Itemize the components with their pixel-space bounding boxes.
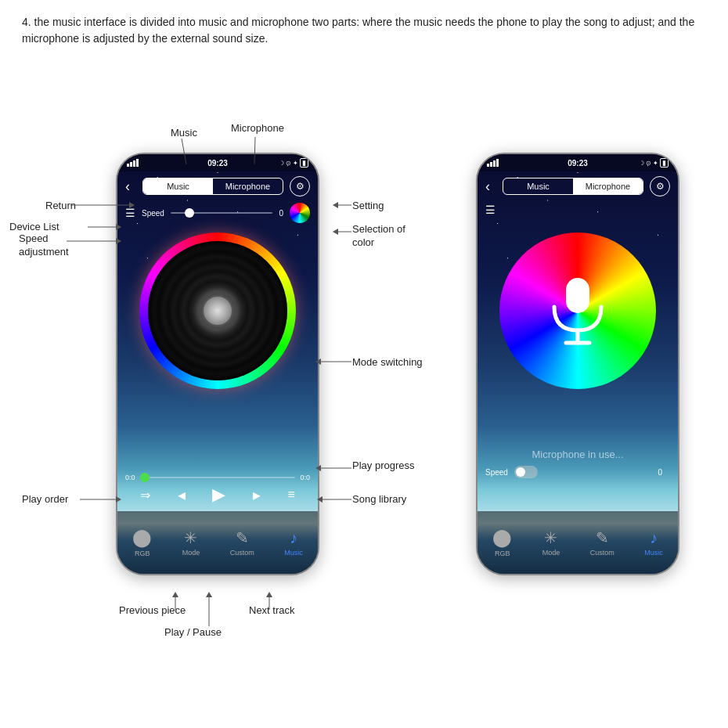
label-device-list: Device List [9, 221, 59, 232]
color-wheel-left[interactable] [290, 203, 310, 223]
settings-button-left[interactable]: ⚙ [290, 176, 310, 196]
phone-right: 09:23 ☽ ⊙ ✦ ▮ ‹ Music Microphone ⚙ ☰ [476, 153, 679, 575]
svg-rect-0 [566, 278, 589, 313]
mic-outer-ring [499, 232, 656, 389]
label-previous-piece: Previous piece [119, 604, 186, 616]
tab-microphone-left[interactable]: Microphone [213, 178, 283, 194]
tab-bar-right: ‹ Music Microphone ⚙ [478, 171, 678, 201]
svg-marker-26 [206, 592, 212, 597]
rgb-icon-left: ⬤ [132, 528, 152, 548]
mic-speed-value: 0 [658, 468, 662, 477]
tab-microphone-right[interactable]: Microphone [573, 178, 643, 194]
speed-thumb-left [185, 208, 194, 218]
mic-inner [508, 241, 647, 380]
rgb-label-left: RGB [135, 550, 150, 557]
mode-icon-left: ✳ [184, 528, 197, 547]
signal-left [127, 159, 139, 167]
custom-label-left: Custom [230, 549, 254, 557]
status-time-right: 09:23 [568, 159, 588, 168]
speed-slider-left[interactable] [171, 212, 273, 214]
settings-button-right[interactable]: ⚙ [650, 176, 670, 196]
label-setting: Setting [352, 200, 384, 211]
vinyl-outer-ring [139, 232, 296, 389]
svg-marker-24 [172, 592, 178, 597]
microphone-svg [546, 274, 609, 348]
bottom-nav-right: ⬤ RGB ✳ Mode ✎ Custom ♪ Music [478, 511, 678, 574]
time-end: 0:0 [300, 474, 310, 481]
status-bar-left: 09:23 ☽ ⊙ ✦ ▮ [117, 154, 318, 171]
play-pause-button[interactable]: ▶ [212, 485, 225, 505]
progress-track[interactable] [140, 477, 296, 478]
label-music: Music [171, 127, 197, 139]
nav-rgb-left[interactable]: ⬤ RGB [132, 528, 152, 557]
vinyl-record [148, 241, 287, 380]
label-next-track: Next track [249, 604, 295, 616]
back-button-left[interactable]: ‹ [125, 178, 130, 195]
nav-rgb-right[interactable]: ⬤ RGB [492, 528, 512, 557]
mic-in-use-text: Microphone in use... [478, 449, 678, 460]
nav-mode-left[interactable]: ✳ Mode [182, 528, 200, 557]
progress-thumb [140, 473, 150, 482]
music-label-right: Music [644, 549, 663, 557]
label-play-progress: Play progress [352, 460, 414, 471]
label-play-pause: Play / Pause [164, 626, 222, 638]
menu-icon-left[interactable]: ☰ [125, 207, 135, 219]
nav-custom-left[interactable]: ✎ Custom [230, 528, 254, 557]
label-song-library: Song library [352, 493, 406, 505]
play-order-button[interactable]: ⇒ [140, 488, 150, 503]
custom-icon-left: ✎ [236, 528, 249, 547]
svg-marker-14 [333, 229, 338, 235]
nav-music-right[interactable]: ♪ Music [644, 529, 663, 557]
menu-row-right: ☰ [485, 203, 496, 217]
playback-controls: ⇒ ◂ ▶ ▸ ≡ [117, 485, 318, 505]
signal-bar-1 [127, 164, 129, 167]
back-button-right[interactable]: ‹ [485, 178, 490, 195]
next-button[interactable]: ▸ [253, 485, 261, 504]
rgb-label-right: RGB [495, 550, 510, 557]
mode-icon-right: ✳ [544, 528, 557, 547]
nav-music-left[interactable]: ♪ Music [284, 529, 303, 557]
music-icon-left: ♪ [290, 529, 297, 547]
label-microphone: Microphone [231, 122, 284, 134]
label-return: Return [45, 200, 76, 211]
speed-value-left: 0 [279, 209, 283, 218]
tab-music-left[interactable]: Music [143, 178, 213, 194]
vinyl-center [202, 295, 233, 326]
nav-custom-right[interactable]: ✎ Custom [590, 528, 614, 557]
bluetooth-icon: ✦ [293, 160, 298, 167]
status-bar-right: 09:23 ☽ ⊙ ✦ ▮ [478, 154, 678, 171]
label-mode-switching: Mode switching [352, 356, 423, 368]
mic-container[interactable] [499, 232, 656, 389]
alarm-icon-r: ⊙ [646, 160, 651, 167]
mic-speed-label: Speed [485, 468, 508, 477]
song-library-button[interactable]: ≡ [287, 488, 294, 502]
bottom-nav-left: ⬤ RGB ✳ Mode ✎ Custom ♪ Music [117, 511, 318, 574]
signal-bars-left [127, 159, 139, 167]
signal-bar-r3 [493, 160, 496, 167]
menu-icon-right[interactable]: ☰ [485, 204, 496, 216]
battery-icon-right: ▮ [660, 158, 669, 168]
moon-icon-r: ☽ [639, 160, 644, 167]
description-text: 4. the music interface is divided into m… [22, 14, 706, 47]
tab-bar-left: ‹ Music Microphone ⚙ [117, 171, 318, 201]
page-wrapper: 4. the music interface is divided into m… [0, 0, 728, 728]
signal-bar-r1 [487, 164, 489, 167]
controls-row-left: ☰ Speed 0 [117, 203, 318, 223]
vinyl-container[interactable] [139, 232, 296, 389]
time-start: 0:0 [125, 474, 135, 481]
previous-button[interactable]: ◂ [178, 485, 186, 504]
music-label-left: Music [284, 549, 303, 557]
tab-music-right[interactable]: Music [503, 178, 573, 194]
status-right-right: ☽ ⊙ ✦ ▮ [639, 158, 669, 168]
label-speed-adjustment: Speedadjustment [19, 232, 69, 259]
mic-speed-toggle[interactable] [514, 466, 538, 478]
nav-mode-right[interactable]: ✳ Mode [542, 528, 560, 557]
svg-marker-12 [333, 202, 338, 208]
bluetooth-icon-r: ✦ [653, 160, 658, 167]
progress-bar-row: 0:0 0:0 [117, 474, 318, 481]
signal-right [487, 159, 499, 167]
signal-bar-r4 [496, 159, 499, 167]
tab-group-left: Music Microphone [142, 178, 283, 195]
battery-icon-left: ▮ [300, 158, 308, 168]
moon-icon: ☽ [279, 160, 284, 167]
